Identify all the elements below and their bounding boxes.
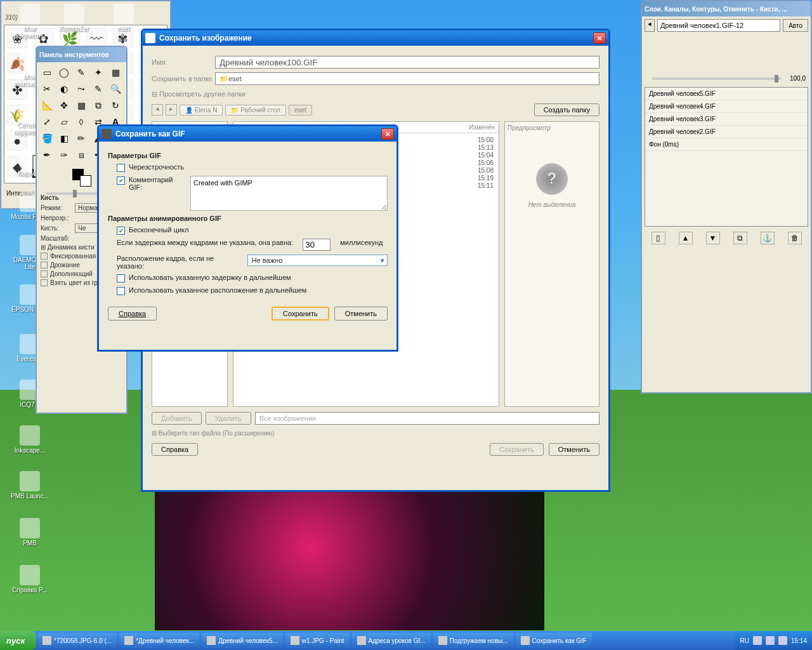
perspective-tool[interactable]: ◊: [74, 114, 89, 129]
scissors-tool[interactable]: ✂: [39, 81, 55, 96]
auto-button[interactable]: Авто: [783, 19, 808, 32]
delete-layer-button[interactable]: 🗑: [788, 232, 802, 244]
clock[interactable]: 15:14: [791, 637, 807, 644]
image-nav-icon[interactable]: ◂: [645, 19, 655, 32]
rotate-tool[interactable]: ↻: [108, 98, 123, 113]
interlace-checkbox[interactable]: [117, 164, 125, 172]
filetype-expander[interactable]: ⊞ Выберите тип файла (По расширению): [152, 430, 599, 437]
pmb-launcher-icon[interactable]: PMB Launc...: [8, 471, 52, 500]
tray-icon[interactable]: [753, 636, 762, 645]
new-layer-button[interactable]: ▯: [652, 232, 665, 244]
color-picker-tool[interactable]: ✎: [91, 81, 106, 96]
bc-item[interactable]: 📁 Рабочий стол: [225, 105, 286, 116]
bucket-fill-tool[interactable]: 🪣: [39, 131, 55, 146]
comment-checkbox[interactable]: ✔: [117, 176, 125, 185]
image-selector[interactable]: [657, 19, 780, 32]
free-select-tool[interactable]: ✎: [74, 65, 89, 80]
bc-item[interactable]: eset: [289, 105, 312, 116]
pencil-tool[interactable]: ✏: [74, 131, 89, 146]
blend-tool[interactable]: ◧: [56, 131, 72, 146]
help-button[interactable]: Справка: [152, 443, 198, 456]
start-button[interactable]: пуск: [0, 631, 36, 650]
measure-tool[interactable]: 📐: [39, 98, 55, 113]
zoom-tool[interactable]: 🔍: [108, 81, 123, 96]
bc-back-button[interactable]: ◂: [152, 104, 163, 116]
cancel-button[interactable]: Отменить: [549, 443, 599, 456]
fixed-checkbox[interactable]: [41, 253, 48, 260]
help-icon[interactable]: Справка P...: [8, 565, 52, 594]
tray-icon[interactable]: [766, 636, 775, 645]
foreground-tool[interactable]: ◐: [56, 81, 72, 96]
taskbar-item[interactable]: *Древний человек...: [119, 633, 199, 648]
ellipse-select-tool[interactable]: ◯: [56, 65, 72, 80]
taskbar-item[interactable]: Адреса уроков GI...: [352, 633, 431, 648]
crop-tool[interactable]: ⧉: [91, 98, 106, 113]
use-delay-checkbox[interactable]: [117, 274, 125, 282]
fill-checkbox[interactable]: [41, 270, 48, 277]
comment-textarea[interactable]: [190, 176, 388, 211]
save-button[interactable]: Сохранить: [490, 443, 544, 456]
rect-select-tool[interactable]: ▭: [39, 65, 55, 80]
eset-folder-icon[interactable]: eset: [102, 4, 146, 32]
scale-tool[interactable]: ⤢: [39, 114, 55, 129]
clone-tool[interactable]: ⧇: [74, 147, 89, 162]
layer-down-button[interactable]: ▼: [706, 232, 720, 244]
cancel-button[interactable]: Отменить: [334, 307, 388, 321]
bg-color[interactable]: [80, 175, 91, 187]
layer-item[interactable]: Древний человек2.GIF: [645, 126, 808, 138]
fuzzy-select-tool[interactable]: ✦: [91, 65, 106, 80]
my-documents-icon[interactable]: Мои документы: [8, 4, 52, 39]
bc-item[interactable]: 👤 Elena N: [180, 105, 223, 116]
anchor-layer-button[interactable]: ⚓: [761, 232, 775, 244]
browse-toggle[interactable]: Просмотреть другие папки: [159, 90, 246, 98]
inkscape-icon[interactable]: Inkscape...: [8, 425, 52, 454]
paths-tool[interactable]: ⤳: [74, 81, 89, 96]
tray-icon[interactable]: [778, 636, 787, 645]
taskbar-item[interactable]: *720058.JPG-6.0 (...: [37, 633, 117, 648]
align-tool[interactable]: ▦: [74, 98, 89, 113]
language-indicator[interactable]: RU: [740, 637, 749, 644]
loop-checkbox[interactable]: ✔: [117, 227, 125, 235]
delete-button[interactable]: Удалить: [206, 412, 251, 425]
ink-tool[interactable]: ✑: [56, 147, 72, 162]
brush-label: Кисть:: [41, 225, 75, 232]
save-button[interactable]: Сохранить: [272, 307, 329, 321]
modified-header[interactable]: Изменён: [465, 122, 499, 133]
jitter-label: Дрожание: [50, 262, 80, 269]
gradient-checkbox[interactable]: [41, 279, 48, 286]
layer-up-button[interactable]: ▲: [679, 232, 693, 244]
layer-list: Древний человек5.GIF Древний человек4.GI…: [645, 87, 808, 227]
layer-item[interactable]: Древний человек5.GIF: [645, 88, 808, 100]
use-dispose-checkbox[interactable]: [117, 287, 125, 295]
taskbar-item[interactable]: Сохранить как GIF: [516, 633, 592, 648]
help-button[interactable]: Справка: [108, 307, 157, 321]
opacity-slider[interactable]: [652, 77, 781, 80]
move-tool[interactable]: ✥: [56, 98, 72, 113]
brush-dynamics-label[interactable]: ⊞ Динамика кисти: [41, 244, 95, 251]
taskbar-item[interactable]: w1.JPG - Paint: [285, 633, 350, 648]
close-button[interactable]: ✕: [593, 32, 606, 44]
close-icon[interactable]: ✕: [381, 128, 394, 140]
pmb-icon[interactable]: PMB: [8, 518, 52, 547]
filename-input[interactable]: [215, 56, 599, 69]
color-select-tool[interactable]: ▦: [108, 65, 123, 80]
folder-select[interactable]: 📁 eset: [215, 72, 599, 85]
layer-item[interactable]: Древний человек4.GIF: [645, 100, 808, 113]
layer-item[interactable]: Древний человек3.GIF: [645, 113, 808, 126]
bc-fwd-button[interactable]: ▸: [166, 104, 177, 116]
taskbar-item[interactable]: Древний человек5...: [202, 633, 283, 648]
dispose-select[interactable]: Не важно: [247, 255, 388, 266]
layer-item[interactable]: Фон (0ms): [645, 138, 808, 151]
create-folder-button[interactable]: Создать папку: [534, 103, 599, 116]
taskbar-item[interactable]: Подгружаем новы...: [433, 633, 513, 648]
gif-title: Сохранить как GIF: [115, 129, 185, 138]
duplicate-layer-button[interactable]: ⧉: [733, 232, 747, 244]
kompozer-icon[interactable]: KompoZer: [52, 4, 96, 32]
add-button[interactable]: Добавить: [152, 412, 202, 425]
layers-title: Слои, Каналы, Контуры, Отменить - Кисти,…: [645, 6, 787, 13]
shear-tool[interactable]: ▱: [56, 114, 72, 129]
airbrush-tool[interactable]: ✒: [39, 147, 55, 162]
filter-select[interactable]: Все изображения: [255, 412, 599, 425]
jitter-checkbox[interactable]: [41, 262, 48, 269]
delay-input[interactable]: [303, 239, 331, 251]
